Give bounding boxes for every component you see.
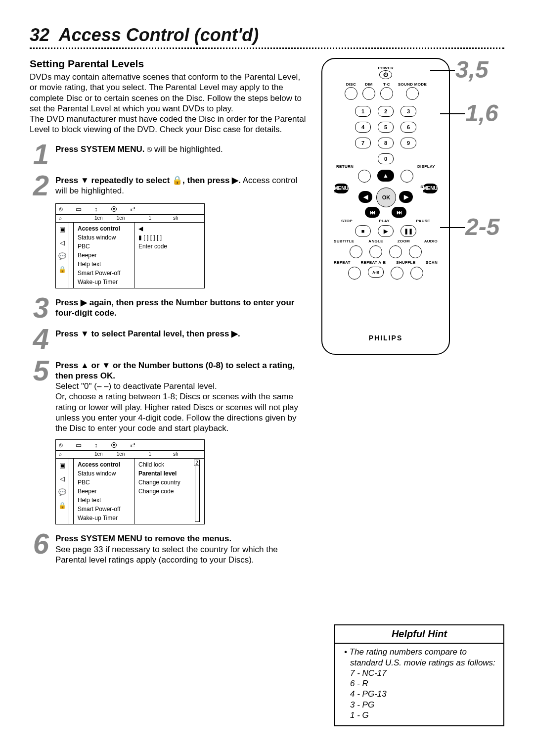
osd-sidebar-icon: ▣ [59,462,65,469]
osd-menu-item: Help text [77,496,131,504]
disc-menu-button[interactable]: MENU [334,184,349,193]
brand-logo: PHILIPS [369,334,402,342]
step: 3Press ▶ again, then press the Number bu… [30,295,307,320]
osd-right-item: ▮ [ ] [ ] [ ] [137,234,197,241]
soundmode-button[interactable] [406,87,419,100]
osd-header-icon: ⎋ [59,441,63,449]
numpad-1-button[interactable]: 1 [355,106,371,117]
numpad-4-button[interactable]: 4 [355,122,371,133]
shuffle-label: SHUFFLE [396,260,415,265]
repeat-label: REPEAT [334,260,351,265]
nav-up-button[interactable]: ▲ [377,170,394,182]
step: 4Press ▼ to select Parental level, then … [30,327,307,351]
osd-right-item: Parental level [137,470,197,477]
system-menu-button[interactable]: MENU [423,184,438,193]
intro-text: DVDs may contain alternative scenes that… [30,72,307,135]
repeat-ab-button[interactable]: A-B [368,267,384,278]
shuffle-button[interactable] [391,267,403,280]
subtitle-button[interactable] [350,245,362,258]
prev-track-button[interactable]: ⏮ [365,207,380,218]
step-number: 3 [30,295,52,320]
osd-menu-item: Smart Power-off [77,505,131,513]
stop-button[interactable]: ■ [355,225,371,237]
next-track-button[interactable]: ⏭ [392,207,406,218]
osd-header-icon: ⇄ [130,441,135,449]
hint-rating-line: 3 - PG [350,700,497,710]
audio-button[interactable] [409,245,422,258]
zoom-label: ZOOM [398,239,410,243]
power-button[interactable]: ⏻ [379,70,392,79]
step-text: Press ▼ to select Parental level, then p… [55,327,240,339]
osd-menu-item: Help text [77,260,131,268]
osd-menu-item: Beeper [77,251,131,259]
zoom-button[interactable] [389,245,402,258]
hint-rating-line: 7 - NC-17 [350,668,497,678]
step-number: 5 [30,358,52,382]
subtitle-label: SUBTITLE [334,239,355,243]
title-rule [30,47,504,49]
play-button[interactable]: ▶ [378,225,394,237]
osd-sidebar-icon: ◁ [60,475,65,482]
osd-header-icon: ↕ [94,441,98,449]
osd-menu-item: Status window [77,470,131,477]
dim-button[interactable] [362,87,375,100]
repeat-button[interactable] [348,267,361,280]
osd-right-item: Enter code [137,242,197,250]
scan-button[interactable] [410,267,423,280]
osd-screenshot: ⎋▭↕⦿⇄⌕1en1en1sfi▣◁💬🔒Access controlStatus… [55,203,205,288]
helpful-hint-lead: • The rating numbers compare to standard… [350,647,497,668]
tc-label: T-C [383,82,390,87]
step-number: 1 [30,142,52,166]
pause-button[interactable]: ❚❚ [400,225,416,237]
osd-sidebar-icon: 🔒 [58,502,66,509]
helpful-hint-box: Helpful Hint • The rating numbers compar… [334,624,504,726]
numpad-8-button[interactable]: 8 [378,138,394,148]
angle-label: ANGLE [368,239,383,243]
step: 1Press SYSTEM MENU. ⎋ will be highlighte… [30,142,307,166]
step-number: 4 [30,327,52,351]
step-text: Press ▼ repeatedly to select 🔒, then pre… [55,173,307,196]
step: 6Press SYSTEM MENU to remove the menus.S… [30,531,307,565]
numpad-6-button[interactable]: 6 [400,122,416,133]
ok-button[interactable]: OK [376,188,396,207]
display-label: DISPLAY [417,164,435,169]
osd-sidebar-icon: ◁ [60,239,65,246]
callout-3-5: 3,5 [455,56,489,83]
step: 5Press ▲ or ▼ or the Number buttons (0-8… [30,358,307,434]
osd-header-icon: ↕ [94,205,98,213]
nav-left-button[interactable]: ◀ [358,191,372,203]
osd-menu-item: Status window [77,234,131,241]
hint-rating-line: 6 - R [350,678,497,689]
step-text: Press SYSTEM MENU. ⎋ will be highlighted… [55,142,223,154]
numpad-0-button[interactable]: 0 [378,153,394,164]
repeat-ab-label: REPEAT A-B [360,260,386,265]
osd-right-item: Child lock [137,461,197,469]
hint-rating-line: 4 - PG-13 [350,689,497,699]
step-text: Press SYSTEM MENU to remove the menus.Se… [55,531,307,565]
pause-label: PAUSE [416,219,430,223]
angle-button[interactable] [369,245,382,258]
osd-menu-item: Access control [77,461,131,469]
numpad-3-button[interactable]: 3 [400,106,416,117]
numpad-7-button[interactable]: 7 [355,138,371,148]
scan-label: SCAN [426,260,438,265]
play-label: PLAY [379,219,390,223]
osd-menu-item: Wake-up Timer [77,278,131,286]
osd-menu-item: Beeper [77,487,131,495]
remote-control-diagram: POWER ⏻ DISC DIM T-C SOUND MODE 12345678… [321,58,450,355]
disc-button[interactable] [345,87,357,100]
return-label: RETURN [336,164,354,169]
audio-label: AUDIO [424,239,438,243]
osd-sidebar-icon: 🔒 [58,266,66,273]
numpad-2-button[interactable]: 2 [378,106,394,117]
osd-menu-item: Access control [77,225,131,233]
numpad-5-button[interactable]: 5 [378,122,394,133]
nav-right-button[interactable]: ▶ [399,191,413,203]
osd-header-icon: ⦿ [111,441,117,449]
osd-menu-item: PBC [77,478,131,486]
tc-button[interactable] [380,87,393,100]
osd-sidebar-icon: ▣ [59,226,65,233]
osd-menu-item: Wake-up Timer [77,514,131,522]
power-label: POWER [378,66,394,70]
numpad-9-button[interactable]: 9 [400,138,416,148]
